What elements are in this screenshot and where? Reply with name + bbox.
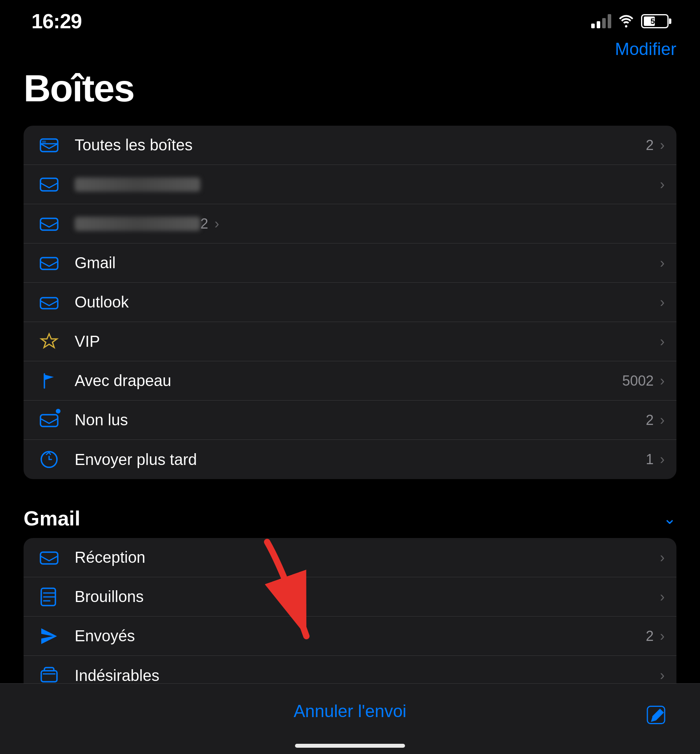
modifier-button[interactable]: Modifier (615, 39, 677, 59)
list-item-inbox1[interactable]: › (24, 165, 676, 204)
envoyer-label: Envoyer plus tard (75, 451, 646, 469)
bottom-toolbar: Annuler l'envoi (0, 683, 700, 754)
inbox2-chevron: › (214, 216, 219, 232)
envoyes-chevron: › (660, 628, 665, 644)
list-item-outlook[interactable]: Outlook › (24, 283, 676, 322)
toutes-chevron: › (660, 137, 665, 154)
signal-bar-3 (602, 18, 606, 28)
gmail-label: Gmail (75, 254, 660, 272)
reception-icon (35, 544, 63, 571)
toutes-label: Toutes les boîtes (75, 136, 646, 154)
gmail-mailboxes-card: Réception › Brouillons › (24, 538, 676, 695)
svg-rect-1 (42, 141, 46, 143)
inbox2-icon (35, 210, 63, 238)
brouillons-label: Brouillons (75, 588, 660, 606)
inbox1-icon (35, 171, 63, 198)
battery-tip (669, 18, 671, 24)
signal-bar-2 (597, 21, 600, 28)
status-icons: 50 (591, 14, 669, 28)
outlook-label: Outlook (75, 293, 660, 311)
outlook-chevron: › (660, 294, 665, 311)
list-item-avec-drapeau[interactable]: Avec drapeau 5002 › (24, 361, 676, 401)
status-time: 16:29 (31, 9, 82, 33)
list-item-gmail[interactable]: Gmail › (24, 243, 676, 283)
reception-label: Réception (75, 549, 660, 566)
signal-bar-4 (608, 14, 611, 28)
list-item-toutes[interactable]: Toutes les boîtes 2 › (24, 126, 676, 165)
toutes-badge: 2 (646, 137, 654, 154)
svg-rect-10 (41, 671, 57, 682)
phone-container: 16:29 50 Modifier (0, 0, 700, 754)
non-lus-label: Non lus (75, 411, 646, 429)
inbox1-chevron: › (660, 176, 665, 193)
non-lus-icon (35, 406, 63, 434)
non-lus-badge: 2 (646, 412, 654, 428)
page-title: Boîtes (24, 67, 676, 110)
indesirables-chevron: › (660, 667, 665, 684)
inbox2-label-blurred (75, 217, 200, 231)
list-item-non-lus[interactable]: Non lus 2 › (24, 401, 676, 440)
avec-drapeau-badge: 5002 (622, 373, 654, 389)
envoyer-badge: 1 (646, 451, 654, 468)
battery-icon: 50 (641, 14, 669, 28)
outlook-icon (35, 289, 63, 316)
indesirables-label: Indésirables (75, 667, 660, 684)
annuler-envoi-button[interactable]: Annuler l'envoi (0, 701, 700, 721)
gmail-chevron: › (660, 255, 665, 271)
avec-drapeau-chevron: › (660, 373, 665, 389)
vip-star-icon (35, 328, 63, 355)
brouillons-chevron: › (660, 589, 665, 605)
vip-chevron: › (660, 333, 665, 350)
flag-icon (35, 367, 63, 395)
wifi-svg (618, 15, 634, 27)
non-lus-chevron: › (660, 412, 665, 428)
list-item-brouillons[interactable]: Brouillons › (24, 577, 676, 617)
gmail-collapse-icon[interactable]: ⌄ (663, 509, 676, 527)
compose-button[interactable] (645, 704, 669, 729)
vip-label: VIP (75, 333, 660, 350)
gmail-section-title: Gmail (24, 507, 81, 530)
wifi-icon (618, 15, 634, 27)
battery-level: 50 (651, 17, 659, 26)
envoyer-chevron: › (660, 451, 665, 468)
unread-dot (55, 408, 61, 414)
brouillons-icon (35, 583, 63, 611)
reception-chevron: › (660, 549, 665, 566)
envoyes-label: Envoyés (75, 627, 646, 645)
toutes-icon (35, 132, 63, 159)
avec-drapeau-label: Avec drapeau (75, 372, 622, 390)
list-item-inbox2[interactable]: 2 › (24, 204, 676, 243)
gmail-icon (35, 249, 63, 277)
envoyer-icon (35, 446, 63, 473)
gmail-section-header: Gmail ⌄ (24, 499, 676, 538)
svg-rect-5 (40, 298, 58, 309)
modifier-row: Modifier (24, 35, 676, 67)
list-item-envoyes[interactable]: Envoyés 2 › (24, 617, 676, 656)
main-content: Modifier Boîtes Toutes les boîtes 2 › (0, 35, 700, 754)
list-item-reception[interactable]: Réception › (24, 538, 676, 577)
list-item-vip[interactable]: VIP › (24, 322, 676, 361)
status-bar: 16:29 50 (0, 0, 700, 35)
home-indicator (295, 744, 405, 748)
inbox2-badge: 2 (200, 216, 208, 232)
signal-icon (591, 14, 611, 28)
main-mailboxes-card: Toutes les boîtes 2 › › (24, 126, 676, 479)
signal-bar-1 (591, 24, 595, 28)
list-item-envoyer[interactable]: Envoyer plus tard 1 › (24, 440, 676, 479)
envoyes-badge: 2 (646, 628, 654, 644)
inbox1-label-blurred (75, 178, 200, 192)
envoyes-icon (35, 622, 63, 650)
